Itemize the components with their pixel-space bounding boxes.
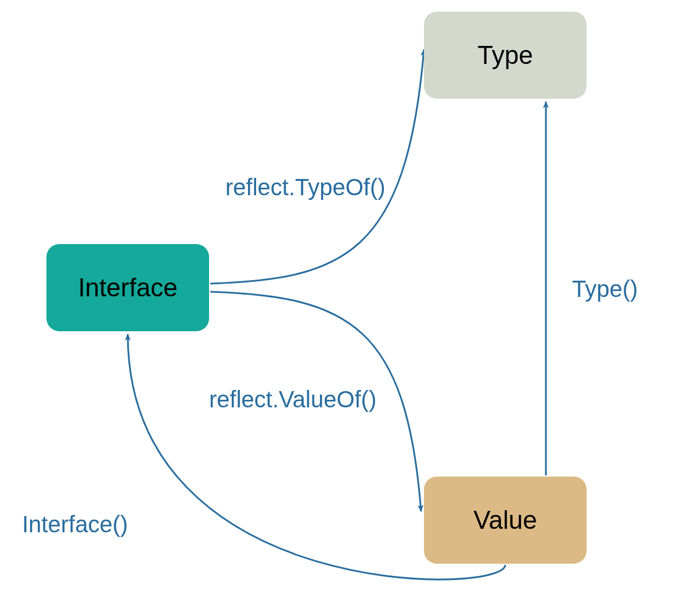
node-type: Type: [424, 12, 587, 99]
node-interface-label: Interface: [78, 273, 177, 302]
edge-label-interface-method: Interface(): [22, 511, 128, 538]
edge-label-valueof: reflect.ValueOf(): [209, 386, 376, 413]
node-type-label: Type: [477, 41, 533, 70]
node-interface: Interface: [46, 244, 209, 331]
node-value: Value: [424, 477, 587, 564]
reflect-diagram: Interface Type Value reflect.TypeOf() re…: [0, 0, 676, 616]
edge-label-typeof: reflect.TypeOf(): [225, 174, 386, 200]
node-value-label: Value: [473, 506, 537, 535]
edge-label-type-method: Type(): [572, 276, 638, 302]
edge-typeof: [210, 49, 424, 284]
